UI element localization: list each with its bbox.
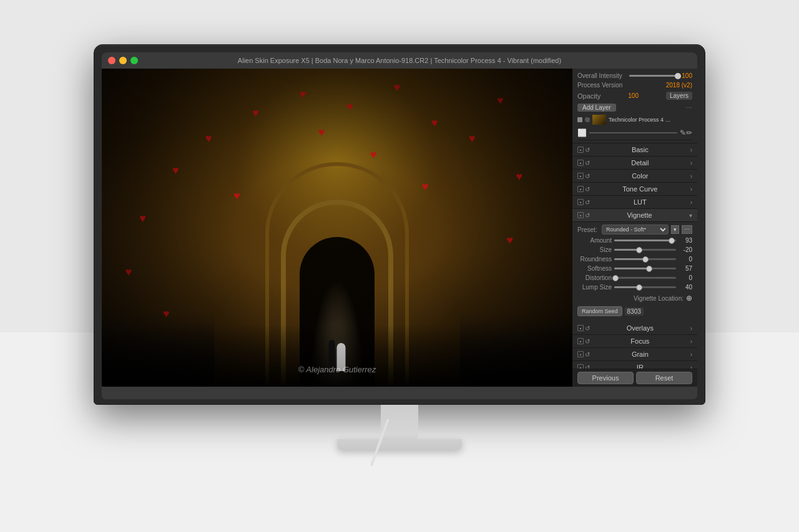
vignette-label: Vignette <box>627 211 652 219</box>
side-panel: Overall Intensity 100 Process Version <box>572 69 697 387</box>
color-refresh-icon[interactable]: ↺ <box>585 173 590 180</box>
softness-row: Softness 57 <box>577 264 692 273</box>
lut-label: LUT <box>634 198 647 206</box>
section-vignette-header[interactable]: ▪ ↺ Vignette ▾ <box>572 209 697 222</box>
reset-button[interactable]: Reset <box>636 372 692 384</box>
layers-button[interactable]: Layers <box>666 92 692 100</box>
lut-arrow-icon: › <box>690 199 692 206</box>
maximize-button[interactable] <box>130 57 138 64</box>
tone-curve-visibility-icon[interactable]: ▪ <box>577 186 584 192</box>
size-value: -20 <box>679 246 692 253</box>
vignette-location-row: Vignette Location: ⊕ <box>577 292 692 304</box>
overall-intensity-row: Overall Intensity 100 <box>577 71 692 80</box>
layer-visibility-icon[interactable] <box>577 117 582 122</box>
overlays-refresh-icon[interactable]: ↺ <box>585 325 590 332</box>
basic-visibility-icon[interactable]: ▪ <box>577 147 584 153</box>
balloon: ♥ <box>125 266 132 279</box>
section-tone-curve[interactable]: ▪ ↺ Tone Curve › <box>572 183 697 196</box>
preset-menu-button[interactable]: ▾ <box>671 225 679 234</box>
seed-value: 8303 <box>625 307 644 316</box>
overall-intensity-value: 100 <box>682 72 692 79</box>
preset-label: Preset: <box>577 226 599 233</box>
vignette-refresh-icon[interactable]: ↺ <box>585 212 590 219</box>
paint-tool-icon[interactable]: ✎ <box>680 128 686 137</box>
balloon: ♥ <box>422 180 429 193</box>
close-button[interactable] <box>108 57 115 64</box>
brush-tool-icon[interactable]: ✏ <box>686 128 692 137</box>
title-bar: Alien Skin Exposure X5 | Boda Nora y Mar… <box>102 52 697 69</box>
balloon: ♥ <box>516 170 523 183</box>
lump-size-value: 40 <box>679 284 692 291</box>
size-slider[interactable] <box>614 249 676 251</box>
layer-options-icon[interactable]: ⋯ <box>686 104 692 111</box>
amount-slider[interactable] <box>614 239 676 241</box>
overall-intensity-slider[interactable] <box>629 75 679 77</box>
basic-label: Basic <box>632 146 649 153</box>
section-focus[interactable]: ▪ ↺ Focus › <box>572 335 697 348</box>
distortion-slider[interactable] <box>614 277 676 279</box>
amount-row: Amount 93 <box>577 236 692 245</box>
detail-visibility-icon[interactable]: ▪ <box>577 160 584 166</box>
softness-label: Softness <box>577 265 612 272</box>
balloon: ♥ <box>370 148 377 162</box>
softness-value: 57 <box>679 265 692 272</box>
section-detail[interactable]: ▪ ↺ Detail › <box>572 157 697 170</box>
ir-refresh-icon[interactable]: ↺ <box>585 364 590 369</box>
balloon: ♥ <box>139 212 146 225</box>
tone-curve-refresh-icon[interactable]: ↺ <box>585 186 590 193</box>
softness-slider[interactable] <box>614 268 676 269</box>
focus-visibility-icon[interactable]: ▪ <box>577 338 584 344</box>
focus-refresh-icon[interactable]: ↺ <box>585 338 590 345</box>
grain-refresh-icon[interactable]: ↺ <box>585 351 590 358</box>
opacity-row: Opacity 100 Layers <box>577 90 692 102</box>
window-title: Alien Skin Exposure X5 | Boda Nora y Mar… <box>238 57 561 64</box>
section-grain[interactable]: ▪ ↺ Grain › <box>572 348 697 361</box>
detail-refresh-icon[interactable]: ↺ <box>585 160 590 167</box>
lump-size-slider[interactable] <box>614 286 676 288</box>
roundness-slider[interactable] <box>614 258 676 260</box>
section-ir[interactable]: ▪ ↺ IR › <box>572 361 697 369</box>
color-visibility-icon[interactable]: ▪ <box>577 173 584 179</box>
color-arrow-icon: › <box>690 173 692 180</box>
grain-visibility-icon[interactable]: ▪ <box>577 351 584 357</box>
preset-select[interactable]: Rounded - Soft* <box>602 225 669 235</box>
minimize-button[interactable] <box>119 57 127 64</box>
previous-button[interactable]: Previous <box>577 372 634 384</box>
section-lut[interactable]: ▪ ↺ LUT › <box>572 196 697 209</box>
grain-arrow-icon: › <box>690 351 692 358</box>
balloon: ♥ <box>172 164 179 177</box>
add-layer-button[interactable]: Add Layer <box>577 104 616 112</box>
vignette-location-icon[interactable]: ⊕ <box>686 294 692 302</box>
ir-visibility-icon[interactable]: ▪ <box>577 364 584 369</box>
opacity-value[interactable]: 100 <box>628 92 639 99</box>
random-seed-button[interactable]: Random Seed <box>577 306 622 316</box>
overlays-label: Overlays <box>627 324 654 332</box>
lut-refresh-icon[interactable]: ↺ <box>585 199 590 206</box>
balloon: ♥ <box>205 132 212 145</box>
lut-visibility-icon[interactable]: ▪ <box>577 199 584 205</box>
section-basic[interactable]: ▪ ↺ Basic › <box>572 143 697 157</box>
panel-top: Overall Intensity 100 Process Version <box>572 69 697 143</box>
section-overlays[interactable]: ▪ ↺ Overlays › <box>572 322 697 335</box>
overlays-visibility-icon[interactable]: ▪ <box>577 325 584 331</box>
opacity-label: Opacity <box>577 92 600 100</box>
balloon: ♥ <box>469 132 476 145</box>
layer-item: Technicolor Process 4 - Vibrant (m... <box>577 114 692 126</box>
monitor-chin <box>102 387 697 399</box>
preset-action-button[interactable]: ⋯ <box>682 225 692 234</box>
vignette-visibility-icon[interactable]: ▪ <box>577 212 584 218</box>
vignette-arrow-icon: ▾ <box>689 212 692 219</box>
section-color[interactable]: ▪ ↺ Color › <box>572 170 697 183</box>
balloon: ♥ <box>233 190 240 203</box>
monitor-shell: Alien Skin Exposure X5 | Boda Nora y Mar… <box>94 44 705 405</box>
process-version-row: Process Version 2018 (v2) <box>577 80 692 90</box>
balloon: ♥ <box>346 100 353 114</box>
tools-row: ⬜ ✎ ✏ <box>577 126 692 140</box>
balloon: ♥ <box>393 81 400 94</box>
focus-arrow-icon: › <box>690 338 692 345</box>
layer-sync-icon[interactable] <box>585 117 590 122</box>
color-label: Color <box>632 172 648 180</box>
basic-refresh-icon[interactable]: ↺ <box>585 147 590 153</box>
grain-label: Grain <box>632 351 649 358</box>
crop-tool-icon[interactable]: ⬜ <box>577 128 587 137</box>
